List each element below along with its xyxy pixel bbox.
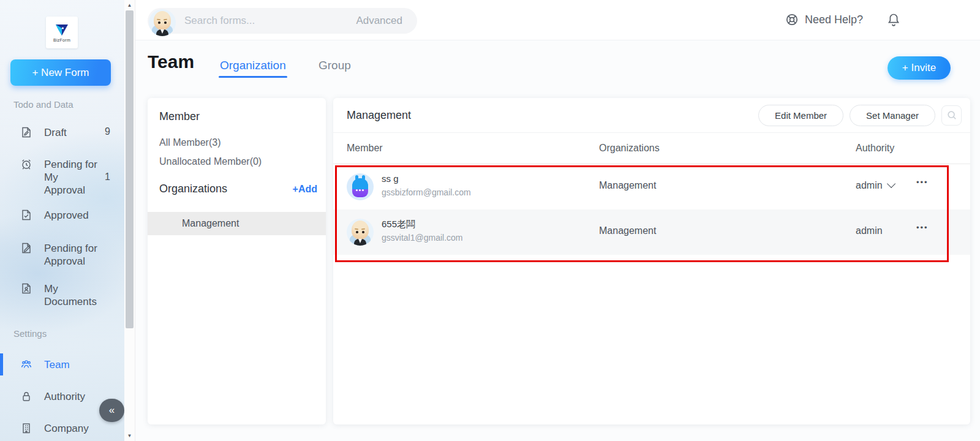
member-email: gssvital1@gmail.com <box>382 233 462 243</box>
tab-organization[interactable]: Organization <box>220 59 286 72</box>
organizations-heading: Organizations <box>159 183 227 195</box>
sidebar-item-label: Approved <box>44 209 99 222</box>
sidebar-item-label: My Documents <box>44 282 99 308</box>
page-scrollbar[interactable]: ▲ ▼ <box>124 0 135 441</box>
table-header-row: Member Organizations Authority <box>333 133 970 164</box>
sidebar-item-label: Pending for My Approval <box>44 158 99 197</box>
sidebar-item-label: Company <box>44 422 99 435</box>
row-more-actions-button[interactable]: ••• <box>916 223 929 232</box>
new-form-button[interactable]: + New Form <box>10 59 111 86</box>
row-more-actions-button[interactable]: ••• <box>916 178 929 187</box>
my-documents-icon <box>20 282 32 295</box>
content-area: Team Organization Group + Invite Member … <box>135 40 980 441</box>
user-avatar[interactable] <box>149 9 176 36</box>
column-header-organizations: Organizations <box>599 143 660 154</box>
column-header-authority: Authority <box>856 143 894 154</box>
authority-dropdown[interactable]: admin <box>856 180 893 191</box>
search-bar[interactable]: Advanced <box>148 8 417 34</box>
tab-group[interactable]: Group <box>318 59 351 72</box>
member-panel: Member All Member(3) Unallocated Member(… <box>148 98 326 424</box>
member-name: ss g <box>382 173 399 184</box>
sidebar-collapse-button[interactable]: « <box>99 399 124 422</box>
authority-value: admin <box>856 180 883 191</box>
topbar: Advanced Need Help? <box>135 0 980 40</box>
member-name: 655老闆 <box>382 219 415 230</box>
management-panel-header: Management Edit Member Set Manager <box>333 98 970 133</box>
table-row[interactable]: ss g gssbizform@gmail.com Management adm… <box>333 164 970 209</box>
organization-item-management[interactable]: Management <box>148 212 326 235</box>
sidebar: BizForm + New Form Todo and Data Draft 9… <box>0 0 124 441</box>
all-member-filter[interactable]: All Member(3) <box>159 137 221 148</box>
app-logo[interactable]: BizForm <box>46 17 78 48</box>
search-icon <box>946 110 957 121</box>
member-organization: Management <box>599 180 656 191</box>
management-panel-title: Management <box>347 109 411 122</box>
page-title: Team <box>148 51 194 72</box>
lifebuoy-help-icon <box>785 12 799 27</box>
robot-avatar <box>347 173 374 200</box>
scrollbar-thumb[interactable] <box>126 10 134 328</box>
app-window: BizForm + New Form Todo and Data Draft 9… <box>0 0 980 441</box>
section-settings: Settings <box>13 328 47 339</box>
main-area: Advanced Need Help? <box>135 0 980 441</box>
section-todo-and-data: Todo and Data <box>13 99 74 110</box>
set-manager-button[interactable]: Set Manager <box>850 105 935 126</box>
authority-value[interactable]: admin <box>856 225 883 236</box>
draft-icon <box>20 126 32 138</box>
search-input[interactable] <box>184 15 356 27</box>
advanced-search-link[interactable]: Advanced <box>356 15 402 27</box>
add-organization-button[interactable]: +Add <box>293 184 317 195</box>
member-panel-title: Member <box>159 110 200 123</box>
member-search-button[interactable] <box>941 105 962 126</box>
invite-button[interactable]: + Invite <box>888 56 951 80</box>
sidebar-item-label: Draft <box>44 126 99 139</box>
table-row[interactable]: 655老闆 gssvital1@gmail.com Management adm… <box>333 209 970 255</box>
member-email: gssbizform@gmail.com <box>382 187 471 197</box>
need-help-label: Need Help? <box>805 13 863 26</box>
scroll-down-arrow[interactable]: ▼ <box>124 431 135 440</box>
sidebar-item-label: Team <box>44 358 99 371</box>
bizform-logo-icon <box>54 23 70 37</box>
notifications-bell-icon[interactable] <box>886 12 901 28</box>
pending-my-approval-count-badge: 1 <box>96 172 110 183</box>
company-building-icon <box>20 422 32 434</box>
lock-icon <box>20 390 32 402</box>
baby-avatar <box>347 219 374 246</box>
sidebar-item-label: Authority <box>44 390 99 403</box>
active-indicator-bar <box>0 353 3 375</box>
approved-document-icon <box>20 209 32 221</box>
member-organization: Management <box>599 225 656 236</box>
chevron-down-icon <box>887 179 895 187</box>
pending-approval-document-icon <box>20 242 32 254</box>
sidebar-item-label: Pending for Approval <box>44 242 99 268</box>
unallocated-member-filter[interactable]: Unallocated Member(0) <box>159 156 262 167</box>
column-header-member: Member <box>347 143 383 154</box>
draft-count-badge: 9 <box>96 126 110 137</box>
edit-member-button[interactable]: Edit Member <box>758 105 843 126</box>
scroll-up-arrow[interactable]: ▲ <box>124 1 135 10</box>
alarm-clock-icon <box>20 158 32 170</box>
need-help-button[interactable]: Need Help? <box>785 12 863 27</box>
collapse-chevrons-icon: « <box>109 404 115 417</box>
team-people-icon <box>20 358 32 371</box>
logo-label: BizForm <box>53 38 70 42</box>
management-panel: Management Edit Member Set Manager Membe… <box>333 98 970 424</box>
